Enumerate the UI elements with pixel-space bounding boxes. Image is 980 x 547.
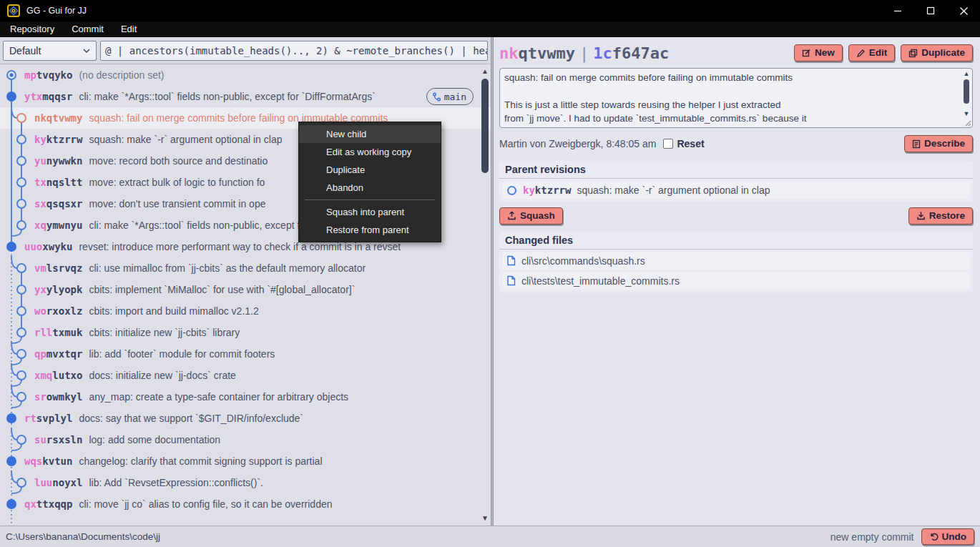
description-scroll-up-arrow[interactable]: ▲	[962, 70, 971, 77]
changed-file-row[interactable]: cli\src\commands\squash.rs	[502, 252, 970, 270]
resize-grip-icon[interactable]	[964, 119, 971, 127]
restore-button[interactable]: Restore	[908, 207, 973, 225]
log-row-luunoyxl[interactable]: luunoyxllib: Add `RevsetExpression::conf…	[0, 472, 491, 493]
squash-icon	[507, 211, 516, 220]
status-bar: C:\Users\banana\Documents\code\jj new em…	[0, 526, 980, 547]
log-scroll-down-arrow[interactable]: ▼	[481, 514, 489, 523]
parent-revision-row[interactable]: kyktzrrw squash: make `-r` argument opti…	[502, 182, 970, 199]
menu-commit[interactable]: Commit	[63, 21, 112, 37]
change-id-prefix: nk	[499, 44, 519, 62]
window-title: GG - Gui for JJ	[26, 6, 87, 16]
context-menu-item-restore-from-parent[interactable]: Restore from parent	[299, 221, 441, 239]
log-row-ytxmqqsr[interactable]: ytxmqqsrcli: make `*Args::tool` fields n…	[0, 86, 491, 107]
parent-revisions-heading: Parent revisions	[499, 161, 973, 179]
log-row-vmlsrvqz[interactable]: vmlsrvqzcli: use mimalloc from `jj-cbits…	[0, 257, 491, 279]
maximize-icon	[928, 8, 934, 14]
new-button[interactable]: New	[794, 44, 843, 61]
undo-button[interactable]: Undo	[921, 528, 975, 546]
author-timestamp: Martin von Zweigbergk, 8:48:05 am	[499, 138, 656, 149]
minimize-button[interactable]	[881, 0, 914, 21]
title-bar: GG - Gui for JJ	[0, 0, 980, 21]
context-menu-item-new-child[interactable]: New child	[299, 125, 441, 143]
changed-files-heading: Changed files	[499, 232, 973, 250]
revset-preset-value: Default	[9, 45, 41, 56]
context-menu-item-duplicate[interactable]: Duplicate	[299, 161, 441, 179]
revset-input[interactable]: @ | ancestors(immutable_heads().., 2) & …	[100, 41, 488, 61]
parent-revisions-section: Parent revisions kyktzrrw squash: make `…	[499, 161, 973, 202]
log-row-xmqlutxo[interactable]: xmqlutxodocs: initialize new `jj-docs` c…	[0, 365, 491, 386]
restore-icon	[916, 211, 926, 220]
branch-icon	[432, 92, 441, 102]
commit-hash-prefix: 1c	[593, 44, 612, 62]
commit-node-icon	[506, 185, 517, 196]
change-id-rest: qtvwmy	[519, 44, 575, 62]
context-menu-item-abandon[interactable]: Abandon	[299, 179, 441, 197]
app-icon	[7, 4, 20, 17]
commit-hash-rest: f647ac	[612, 44, 669, 62]
undo-icon	[929, 532, 939, 541]
close-icon	[959, 6, 969, 16]
changed-file-row[interactable]: cli\tests\test_immutable_commits.rs	[502, 272, 970, 290]
description-scrollbar-thumb[interactable]	[964, 79, 969, 104]
context-menu-item-squash-into-parent[interactable]: Squash into parent	[299, 203, 441, 221]
description-text: squash: fail on merge commits before fai…	[500, 69, 961, 127]
file-path: cli\tests\test_immutable_commits.rs	[521, 275, 680, 287]
edit-button[interactable]: Edit	[848, 44, 896, 61]
squash-button[interactable]: Squash	[499, 207, 563, 225]
detail-pane: nkqtvwmy|1cf647ac New Edit Duplicate squ…	[494, 37, 980, 526]
repo-path: C:\Users\banana\Documents\code\jj	[6, 531, 160, 542]
log-row-yxylyopk[interactable]: yxylyopkcbits: implement `MiMalloc` for …	[0, 279, 491, 300]
log-row-qpmvxtqr[interactable]: qpmvxtqrlib: add `footer` module for com…	[0, 343, 491, 365]
context-menu: New childEdit as working copyDuplicateAb…	[298, 122, 441, 242]
file-path: cli\src\commands\squash.rs	[521, 255, 645, 267]
chevron-down-icon	[83, 49, 90, 53]
file-icon	[506, 275, 516, 286]
context-menu-separator	[305, 199, 435, 200]
close-button[interactable]	[947, 0, 980, 21]
log-row-sursxsln[interactable]: sursxslnlog: add some documentation	[0, 429, 491, 450]
log-scrollbar-thumb[interactable]	[481, 79, 489, 173]
log-row-qxttxqqp[interactable]: qxttxqqpcli: move `jj co` alias to confi…	[0, 493, 491, 515]
parent-revision-desc: squash: make `-r` argument optional in c…	[577, 184, 770, 196]
edit-icon	[856, 49, 866, 58]
log-row-mptvqyko[interactable]: mptvqyko(no description set)	[0, 64, 491, 86]
context-menu-item-edit-as-working-copy[interactable]: Edit as working copy	[299, 143, 441, 161]
revset-preset-select[interactable]: Default	[3, 41, 97, 61]
menu-edit[interactable]: Edit	[112, 21, 145, 37]
duplicate-button[interactable]: Duplicate	[901, 44, 973, 61]
duplicate-icon	[908, 49, 918, 58]
new-icon	[802, 49, 811, 58]
log-row-srowmkyl[interactable]: srowmkylany_map: create a type-safe cont…	[0, 386, 491, 408]
description-scroll-down-arrow[interactable]: ▼	[962, 110, 971, 117]
revision-title: nkqtvwmy|1cf647ac	[499, 44, 669, 62]
reset-checkbox[interactable]	[663, 139, 673, 149]
menu-bar: RepositoryCommitEdit	[0, 21, 980, 37]
log-row-wqskvtun[interactable]: wqskvtunchangelog: clarify that commit s…	[0, 450, 491, 472]
status-message: new empty commit	[830, 531, 914, 543]
file-icon	[506, 255, 516, 266]
reset-checkbox-label: Reset	[677, 138, 704, 149]
describe-icon	[912, 139, 921, 149]
branch-badge-main[interactable]: main	[426, 88, 474, 105]
log-scroll-up-arrow[interactable]: ▲	[481, 67, 489, 76]
changed-files-section: Changed files cli\src\commands\squash.rs…	[499, 232, 973, 292]
log-row-worxoxlz[interactable]: worxoxlzcbits: import and build mimalloc…	[0, 300, 491, 322]
log-pane: Default @ | ancestors(immutable_heads().…	[0, 37, 491, 526]
maximize-button[interactable]	[914, 0, 947, 21]
log-row-rtsvplyl[interactable]: rtsvplyldocs: say that we support `$GIT_…	[0, 408, 491, 429]
describe-button[interactable]: Describe	[904, 135, 973, 152]
description-textarea[interactable]: squash: fail on merge commits before fai…	[499, 68, 973, 128]
revset-toolbar: Default @ | ancestors(immutable_heads().…	[0, 37, 491, 64]
menu-repository[interactable]: Repository	[1, 21, 63, 37]
log-row-rlltxmuk[interactable]: rlltxmukcbits: initialize new `jj-cbits`…	[0, 322, 491, 343]
